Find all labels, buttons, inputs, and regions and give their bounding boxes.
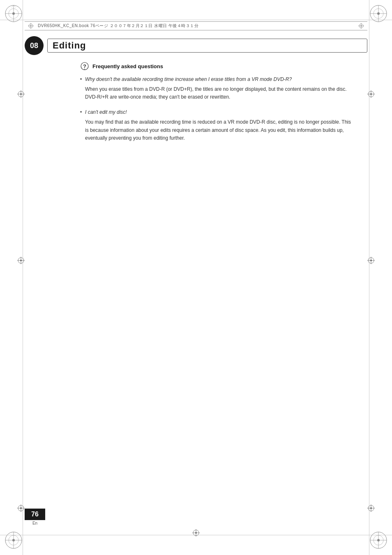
faq-question-1: Why doesn't the available recording time… bbox=[80, 76, 353, 82]
page-number-badge: 76 bbox=[25, 509, 45, 520]
chapter-title-bar: Editing bbox=[47, 39, 367, 53]
svg-point-57 bbox=[361, 25, 362, 27]
ornament-bottom-right bbox=[368, 530, 389, 552]
svg-point-4 bbox=[12, 12, 15, 15]
faq-icon: ? bbox=[80, 62, 89, 71]
faq-item-1: Why doesn't the available recording time… bbox=[80, 76, 353, 101]
ornament-top-left bbox=[3, 3, 24, 25]
svg-point-41 bbox=[370, 260, 372, 261]
ornament-bottom-left bbox=[3, 530, 24, 552]
svg-point-33 bbox=[20, 507, 22, 509]
chapter-title: Editing bbox=[53, 40, 86, 51]
svg-text:?: ? bbox=[83, 63, 86, 69]
chapter-number: 08 bbox=[30, 42, 38, 49]
svg-point-16 bbox=[12, 539, 15, 541]
chapter-badge: 08 bbox=[25, 36, 44, 55]
reg-mark-right-top bbox=[367, 90, 375, 99]
svg-point-49 bbox=[195, 532, 197, 534]
page-number-container: 76 En bbox=[25, 509, 45, 525]
page-number: 76 bbox=[31, 511, 39, 518]
reg-mark-left-top bbox=[17, 90, 25, 99]
header-text: DVR650HK_KC_EN.book 76ページ ２００７年２月２１日 水曜日… bbox=[38, 23, 198, 29]
svg-point-29 bbox=[20, 260, 22, 261]
svg-point-45 bbox=[370, 507, 372, 509]
faq-section-title: Frequently asked questions bbox=[92, 63, 163, 69]
svg-point-53 bbox=[30, 25, 32, 27]
header-crosshair-right bbox=[358, 23, 364, 29]
reg-mark-bottom-center bbox=[192, 529, 200, 538]
faq-answer-2: You may find that as the available recor… bbox=[80, 118, 353, 142]
reg-mark-left-mid bbox=[17, 257, 25, 265]
faq-header: ? Frequently asked questions bbox=[80, 62, 353, 71]
border-top bbox=[0, 20, 392, 20]
svg-point-21 bbox=[377, 539, 380, 541]
ornament-top-right bbox=[368, 3, 389, 25]
border-left bbox=[23, 0, 23, 555]
header-crosshair-left bbox=[28, 23, 34, 29]
svg-point-60 bbox=[84, 69, 85, 70]
reg-mark-left-bot bbox=[17, 504, 25, 513]
faq-question-2: I can't edit my disc! bbox=[80, 109, 353, 115]
faq-item-2: I can't edit my disc! You may find that … bbox=[80, 109, 353, 142]
faq-answer-1: When you erase titles from a DVD-R (or D… bbox=[80, 85, 353, 101]
header-strip: DVR650HK_KC_EN.book 76ページ ２００７年２月２１日 水曜日… bbox=[25, 21, 367, 30]
page-lang: En bbox=[25, 521, 45, 525]
content-area: ? Frequently asked questions Why doesn't… bbox=[80, 62, 353, 150]
svg-point-25 bbox=[20, 93, 22, 95]
svg-point-11 bbox=[377, 12, 380, 15]
border-right bbox=[369, 0, 369, 555]
reg-mark-right-bot bbox=[367, 504, 375, 513]
svg-point-37 bbox=[370, 93, 372, 95]
reg-mark-right-mid bbox=[367, 257, 375, 265]
